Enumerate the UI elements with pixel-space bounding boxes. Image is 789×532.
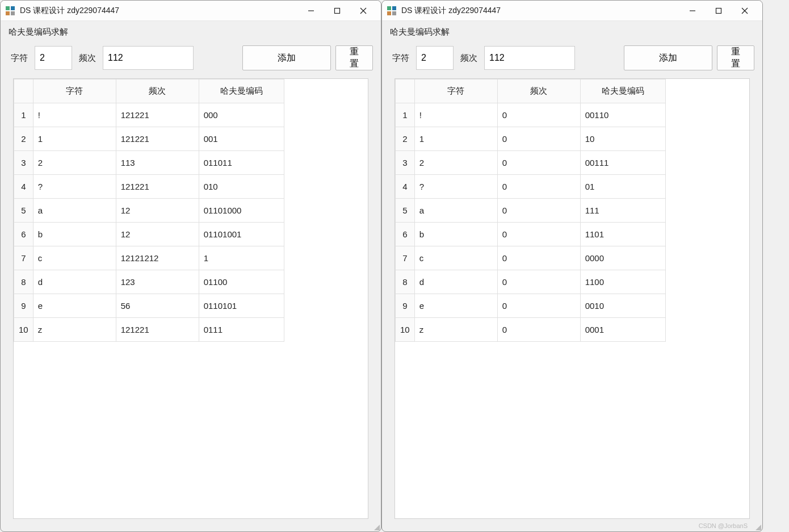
titlebar[interactable]: DS 课程设计 zdy229074447 [382, 1, 762, 21]
table-row[interactable]: 21121221001 [14, 127, 284, 151]
cell-code[interactable]: 0111 [199, 318, 284, 342]
cell-char[interactable]: c [414, 246, 497, 270]
cell-freq[interactable]: 0 [497, 318, 580, 342]
cell-code[interactable]: 01 [580, 175, 665, 199]
table-row[interactable]: 9e560110101 [14, 294, 284, 318]
table-container[interactable]: 字符 频次 哈夫曼编码 1!00011021010320001114?0015a… [394, 78, 750, 519]
table-row[interactable]: 32113011011 [14, 151, 284, 175]
cell-char[interactable]: d [33, 270, 116, 294]
cell-code[interactable]: 10 [580, 127, 665, 151]
cell-freq[interactable]: 56 [116, 294, 199, 318]
char-input[interactable] [35, 46, 72, 70]
cell-char[interactable]: b [33, 223, 116, 246]
cell-char[interactable]: a [33, 199, 116, 223]
table-row[interactable]: 32000111 [396, 151, 666, 175]
cell-freq[interactable]: 121221 [116, 175, 199, 199]
resize-grip-icon[interactable] [753, 522, 761, 530]
cell-char[interactable]: ? [33, 175, 116, 199]
table-row[interactable]: 6b01101 [396, 223, 666, 246]
cell-char[interactable]: e [414, 294, 497, 318]
cell-freq[interactable]: 0 [497, 127, 580, 151]
cell-char[interactable]: b [414, 223, 497, 246]
cell-freq[interactable]: 0 [497, 103, 580, 127]
cell-freq[interactable]: 0 [497, 199, 580, 223]
close-button[interactable] [350, 2, 376, 20]
cell-freq[interactable]: 121221 [116, 318, 199, 342]
cell-freq[interactable]: 0 [497, 223, 580, 246]
cell-char[interactable]: 1 [33, 127, 116, 151]
cell-char[interactable]: 2 [33, 151, 116, 175]
char-input[interactable] [416, 46, 454, 70]
reset-button[interactable]: 重置 [717, 45, 754, 70]
table-row[interactable]: 10z1212210111 [14, 318, 284, 342]
col-header-freq[interactable]: 频次 [116, 79, 199, 103]
add-button[interactable]: 添加 [242, 45, 331, 70]
table-row[interactable]: 21010 [396, 127, 666, 151]
cell-char[interactable]: ? [414, 175, 497, 199]
maximize-button[interactable] [324, 2, 350, 20]
cell-freq[interactable]: 123 [116, 270, 199, 294]
table-row[interactable]: 8d12301100 [14, 270, 284, 294]
cell-freq[interactable]: 12121212 [116, 246, 199, 270]
cell-code[interactable]: 001 [199, 127, 284, 151]
table-row[interactable]: 1!121221000 [14, 103, 284, 127]
cell-code[interactable]: 011011 [199, 151, 284, 175]
cell-code[interactable]: 01101000 [199, 199, 284, 223]
col-header-code[interactable]: 哈夫曼编码 [199, 79, 284, 103]
cell-char[interactable]: z [414, 318, 497, 342]
minimize-button[interactable] [298, 2, 324, 20]
cell-code[interactable]: 111 [580, 199, 665, 223]
cell-char[interactable]: a [414, 199, 497, 223]
col-header-code[interactable]: 哈夫曼编码 [580, 79, 665, 103]
cell-code[interactable]: 00110 [580, 103, 665, 127]
col-header-char[interactable]: 字符 [33, 79, 116, 103]
table-row[interactable]: 9e00010 [396, 294, 666, 318]
cell-code[interactable]: 01101001 [199, 223, 284, 246]
table-row[interactable]: 5a1201101000 [14, 199, 284, 223]
cell-freq[interactable]: 121221 [116, 127, 199, 151]
cell-freq[interactable]: 113 [116, 151, 199, 175]
cell-code[interactable]: 0110101 [199, 294, 284, 318]
titlebar[interactable]: DS 课程设计 zdy229074447 [1, 1, 381, 21]
close-button[interactable] [732, 2, 758, 20]
table-row[interactable]: 6b1201101001 [14, 223, 284, 246]
cell-freq[interactable]: 0 [497, 246, 580, 270]
cell-char[interactable]: e [33, 294, 116, 318]
cell-code[interactable]: 0010 [580, 294, 665, 318]
table-row[interactable]: 8d01100 [396, 270, 666, 294]
cell-char[interactable]: ! [414, 103, 497, 127]
freq-input[interactable] [484, 46, 575, 70]
cell-freq[interactable]: 0 [497, 175, 580, 199]
cell-char[interactable]: d [414, 270, 497, 294]
freq-input[interactable] [103, 46, 194, 70]
col-header-char[interactable]: 字符 [414, 79, 497, 103]
cell-freq[interactable]: 12 [116, 199, 199, 223]
cell-code[interactable]: 00111 [580, 151, 665, 175]
cell-char[interactable]: c [33, 246, 116, 270]
maximize-button[interactable] [706, 2, 732, 20]
cell-char[interactable]: z [33, 318, 116, 342]
cell-freq[interactable]: 0 [497, 151, 580, 175]
cell-code[interactable]: 0000 [580, 246, 665, 270]
cell-code[interactable]: 1101 [580, 223, 665, 246]
minimize-button[interactable] [679, 2, 706, 20]
cell-char[interactable]: 1 [414, 127, 497, 151]
cell-freq[interactable]: 0 [497, 294, 580, 318]
cell-char[interactable]: 2 [414, 151, 497, 175]
cell-code[interactable]: 0001 [580, 318, 665, 342]
cell-code[interactable]: 1 [199, 246, 284, 270]
table-row[interactable]: 7c00000 [396, 246, 666, 270]
cell-char[interactable]: ! [33, 103, 116, 127]
resize-grip-icon[interactable] [372, 522, 380, 530]
add-button[interactable]: 添加 [624, 45, 712, 70]
table-row[interactable]: 4?121221010 [14, 175, 284, 199]
cell-freq[interactable]: 121221 [116, 103, 199, 127]
cell-code[interactable]: 1100 [580, 270, 665, 294]
cell-freq[interactable]: 12 [116, 223, 199, 246]
table-row[interactable]: 1!000110 [396, 103, 666, 127]
cell-code[interactable]: 01100 [199, 270, 284, 294]
table-container[interactable]: 字符 频次 哈夫曼编码 1!12122100021121221001321130… [13, 78, 368, 519]
table-row[interactable]: 4?001 [396, 175, 666, 199]
table-row[interactable]: 7c121212121 [14, 246, 284, 270]
cell-code[interactable]: 010 [199, 175, 284, 199]
